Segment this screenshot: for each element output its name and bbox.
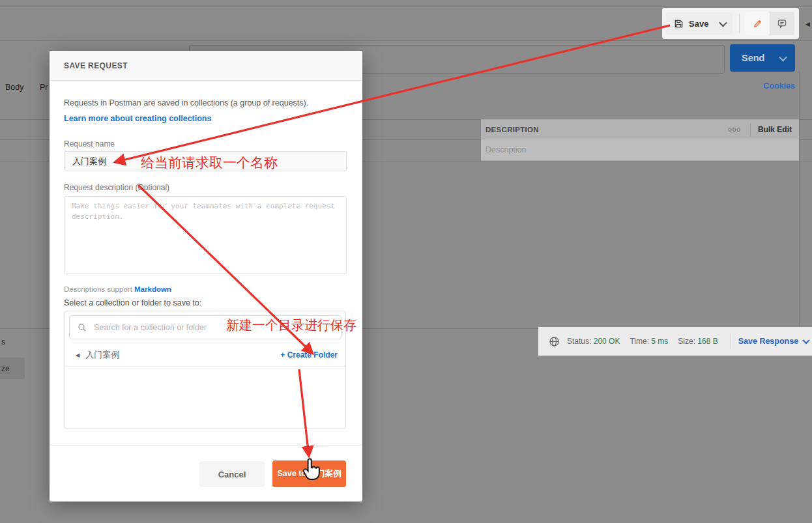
collection-search-box — [69, 315, 341, 339]
request-name-input[interactable] — [64, 151, 347, 171]
request-description-label: Request description (Optional) — [64, 183, 169, 192]
time-value: 5 ms — [651, 337, 668, 346]
status-value: 200 OK — [594, 337, 620, 346]
save-toolbar-group: Save — [662, 8, 799, 39]
collection-row[interactable]: ◀ 入门案例 + Create Folder — [65, 344, 345, 367]
edit-request-button[interactable] — [745, 12, 770, 35]
bulk-edit-button[interactable]: Bulk Edit — [751, 125, 799, 134]
save-button-label: Save — [689, 19, 708, 29]
postman-window: Body Pr s ze Save ◀ Send — [0, 0, 812, 523]
save-to-collection-button[interactable]: Save to 入门案例 — [272, 460, 346, 487]
status-label: Status: — [567, 337, 591, 346]
markdown-note-text: Descriptions support — [64, 285, 134, 293]
send-button[interactable]: Send — [730, 44, 795, 72]
save-dropdown-chevron-icon[interactable] — [719, 18, 728, 27]
search-icon — [78, 323, 87, 332]
comment-button[interactable] — [770, 12, 794, 35]
dialog-header: SAVE REQUEST — [50, 51, 362, 81]
send-button-label: Send — [742, 53, 764, 63]
save-button[interactable]: Save — [666, 12, 732, 35]
pencil-icon — [753, 19, 762, 29]
table-row[interactable]: Description — [481, 139, 799, 161]
create-folder-link[interactable]: + Create Folder — [280, 350, 338, 360]
request-description-textarea[interactable] — [64, 196, 347, 274]
learn-more-link[interactable]: Learn more about creating collections — [64, 114, 211, 123]
time-label: Time: — [630, 337, 649, 346]
table-header-row: DESCRIPTION ooo Bulk Edit — [481, 119, 799, 139]
collection-search-input[interactable] — [93, 322, 341, 333]
dialog-footer-divider — [50, 445, 362, 445]
save-response-label: Save Response — [738, 337, 798, 346]
size-label: Size: — [678, 337, 695, 346]
send-dropdown-chevron-icon[interactable] — [779, 53, 787, 61]
save-group-separator — [739, 14, 740, 33]
status-field: Status: 200 OK — [567, 337, 620, 346]
time-field: Time: 5 ms — [630, 337, 668, 346]
collection-name: 入门案例 — [85, 349, 119, 361]
description-column-header: DESCRIPTION — [486, 126, 728, 134]
globe-icon — [549, 336, 560, 347]
dialog-title: SAVE REQUEST — [64, 61, 128, 70]
collection-picker-panel: ◀ 入门案例 + Create Folder — [65, 311, 346, 429]
more-options-icon[interactable]: ooo — [728, 126, 741, 133]
size-field: Size: 168 B — [678, 337, 718, 346]
collapse-caret-icon[interactable]: ◀ — [76, 352, 80, 358]
save-response-button[interactable]: Save Response — [738, 337, 809, 346]
comment-icon — [777, 18, 787, 29]
params-table: DESCRIPTION ooo Bulk Edit Description — [481, 119, 799, 161]
request-name-label: Request name — [64, 139, 115, 148]
dialog-intro-text: Requests in Postman are saved in collect… — [64, 98, 351, 107]
save-request-dialog: SAVE REQUEST Requests in Postman are sav… — [50, 51, 362, 502]
panel-collapse-icon[interactable]: ◀ — [805, 21, 810, 27]
cancel-button[interactable]: Cancel — [199, 461, 265, 487]
select-collection-label: Select a collection or folder to save to… — [64, 298, 201, 307]
save-icon — [674, 19, 684, 29]
save-response-chevron-icon — [802, 337, 809, 344]
description-cell-placeholder: Description — [486, 145, 527, 154]
response-status-bar: Status: 200 OK Time: 5 ms Size: 168 B Sa… — [538, 327, 812, 356]
markdown-link[interactable]: Markdown — [134, 285, 171, 293]
status-separator — [731, 333, 731, 349]
cookies-link[interactable]: Cookies — [756, 81, 795, 91]
edit-comment-group — [745, 12, 794, 35]
markdown-note: Descriptions support Markdown — [64, 285, 171, 293]
size-value: 168 B — [697, 337, 718, 346]
